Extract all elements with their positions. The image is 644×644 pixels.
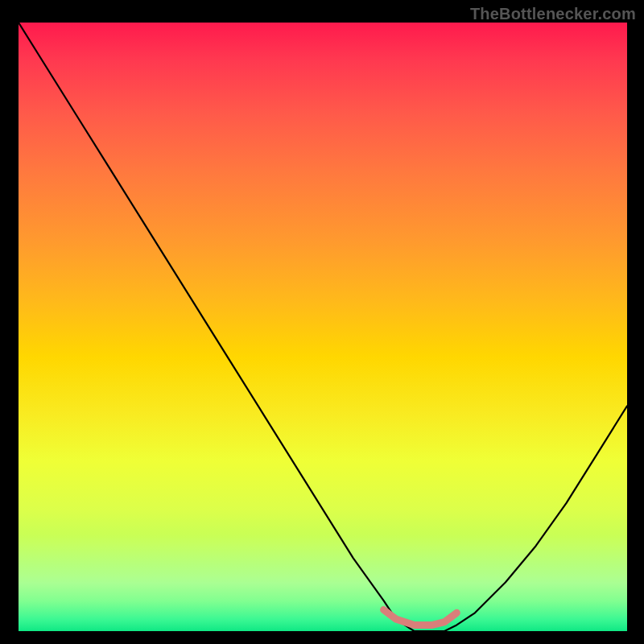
chart-container: TheBottlenecker.com	[0, 0, 644, 644]
chart-svg	[19, 23, 627, 631]
watermark-text: TheBottlenecker.com	[470, 5, 636, 23]
bottleneck-curve-path	[19, 23, 627, 631]
optimal-range-marker-path	[384, 610, 457, 625]
